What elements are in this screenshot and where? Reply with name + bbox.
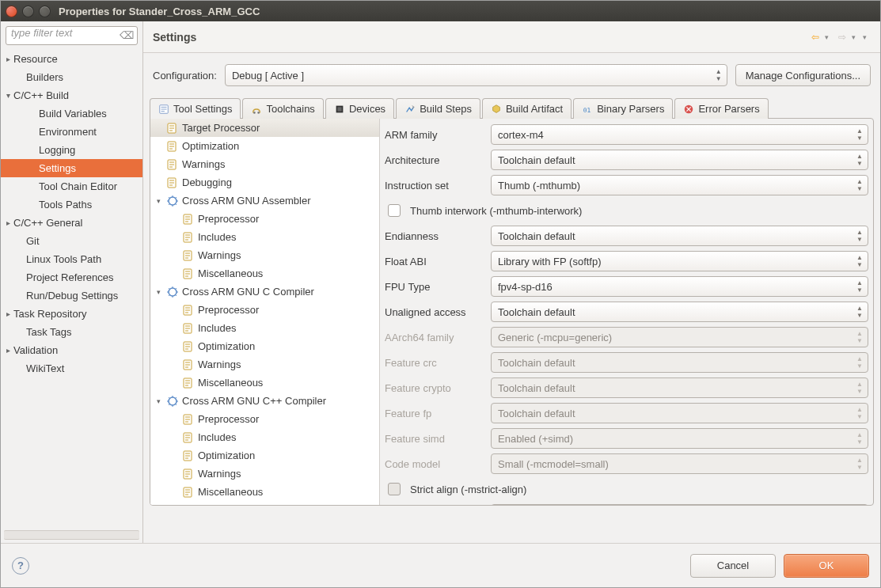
tool-item-includes[interactable]: Includes bbox=[150, 428, 379, 446]
nav-item-build-variables[interactable]: Build Variables bbox=[1, 104, 142, 123]
tool-item-miscellaneous[interactable]: Miscellaneous bbox=[150, 264, 379, 283]
select-updown-icon: ▲▼ bbox=[856, 330, 863, 344]
window-maximize-icon[interactable] bbox=[39, 6, 51, 17]
input-other-target-flags[interactable] bbox=[491, 504, 868, 505]
tool-item-miscellaneous[interactable]: Miscellaneous bbox=[150, 483, 379, 501]
field-label: Unaligned access bbox=[385, 306, 484, 318]
window-close-icon[interactable] bbox=[6, 6, 17, 17]
field-other-target-flags: Other target flags bbox=[385, 502, 868, 505]
nav-item-wikitext[interactable]: WikiText bbox=[1, 359, 142, 377]
field-aarch64-family: AArch64 familyGeneric (-mcpu=generic)▲▼ bbox=[385, 324, 868, 350]
select-value: Library with FP (softfp) bbox=[498, 256, 602, 267]
field-label: ARM family bbox=[385, 129, 484, 141]
tab-error-parsers[interactable]: Error Parsers bbox=[674, 98, 768, 119]
nav-item-tool-chain-editor[interactable]: Tool Chain Editor bbox=[1, 177, 142, 195]
field-arm-family: ARM familycortex-m4▲▼ bbox=[385, 122, 868, 147]
select-float-abi[interactable]: Library with FP (softfp)▲▼ bbox=[491, 251, 868, 271]
view-menu-icon[interactable]: ▾ bbox=[863, 33, 871, 41]
nav-item-tools-paths[interactable]: Tools Paths bbox=[1, 195, 142, 214]
field-label: FPU Type bbox=[385, 281, 484, 293]
tab-tool-settings[interactable]: Tool Settings bbox=[150, 98, 241, 119]
select-value: Toolchain default bbox=[498, 382, 575, 394]
select-instruction-set[interactable]: Thumb (-mthumb)▲▼ bbox=[491, 175, 868, 195]
select-unaligned-access[interactable]: Toolchain default▲▼ bbox=[491, 302, 868, 322]
nav-forward-icon[interactable]: ⇨ bbox=[836, 31, 849, 44]
tool-item-preprocessor[interactable]: Preprocessor bbox=[150, 301, 379, 319]
tab-build-artifact[interactable]: Build Artifact bbox=[482, 98, 572, 119]
manage-configurations-button[interactable]: Manage Configurations... bbox=[735, 64, 871, 86]
ok-button[interactable]: OK bbox=[784, 554, 869, 578]
nav-item-task-tags[interactable]: Task Tags bbox=[1, 323, 142, 341]
field-label: Feature fp bbox=[385, 408, 484, 419]
select-architecture[interactable]: Toolchain default▲▼ bbox=[491, 150, 868, 170]
select-updown-icon: ▲▼ bbox=[856, 355, 863, 370]
sidebar-scrollbar[interactable] bbox=[4, 530, 139, 540]
tool-item-cross-arm-gnu-c-compiler[interactable]: ▾Cross ARM GNU C Compiler bbox=[150, 283, 379, 301]
clear-filter-icon[interactable]: ⌫ bbox=[120, 29, 134, 41]
nav-back-icon[interactable]: ⇦ bbox=[809, 31, 822, 44]
tool-label: Preprocessor bbox=[198, 213, 259, 225]
nav-item-c-c-build[interactable]: ▾C/C++ Build bbox=[1, 86, 142, 104]
nav-label: Run/Debug Settings bbox=[26, 290, 118, 302]
select-endianness[interactable]: Toolchain default▲▼ bbox=[491, 226, 868, 246]
tab-binary-parsers[interactable]: 01Binary Parsers bbox=[573, 98, 673, 119]
tab-devices[interactable]: Devices bbox=[325, 98, 394, 119]
select-value: Thumb (-mthumb) bbox=[498, 180, 580, 192]
nav-item-run-debug-settings[interactable]: Run/Debug Settings bbox=[1, 286, 142, 305]
select-arm-family[interactable]: cortex-m4▲▼ bbox=[491, 124, 868, 145]
window-minimize-icon[interactable] bbox=[22, 6, 34, 17]
tool-item-warnings[interactable]: Warnings bbox=[150, 155, 379, 173]
select-value: cortex-m4 bbox=[498, 129, 544, 141]
nav-item-linux-tools-path[interactable]: Linux Tools Path bbox=[1, 250, 142, 268]
nav-back-menu-icon[interactable]: ▾ bbox=[825, 33, 833, 41]
tool-item-warnings[interactable]: Warnings bbox=[150, 355, 379, 374]
tool-item-preprocessor[interactable]: Preprocessor bbox=[150, 410, 379, 428]
tool-item-warnings[interactable]: Warnings bbox=[150, 465, 379, 483]
nav-label: Environment bbox=[39, 126, 97, 138]
configuration-select[interactable]: Debug [ Active ] ▲▼ bbox=[225, 64, 727, 86]
tool-item-includes[interactable]: Includes bbox=[150, 228, 379, 246]
tool-label: Includes bbox=[198, 231, 236, 243]
tool-item-debugging[interactable]: Debugging bbox=[150, 173, 379, 192]
nav-item-task-repository[interactable]: ▸Task Repository bbox=[1, 305, 142, 323]
field-label: Endianness bbox=[385, 230, 484, 242]
disclosure-icon: ▾ bbox=[157, 197, 166, 205]
tab-toolchains[interactable]: Toolchains bbox=[242, 98, 323, 119]
checkbox-label: Strict align (-mstrict-align) bbox=[410, 484, 526, 495]
tool-item-optimization[interactable]: Optimization bbox=[150, 446, 379, 465]
help-icon[interactable]: ? bbox=[12, 557, 29, 575]
tool-item-warnings[interactable]: Warnings bbox=[150, 246, 379, 264]
tool-item-preprocessor[interactable]: Preprocessor bbox=[150, 210, 379, 228]
disclosure-icon: ▸ bbox=[2, 346, 13, 355]
nav-item-validation[interactable]: ▸Validation bbox=[1, 341, 142, 359]
select-value: Generic (-mcpu=generic) bbox=[498, 332, 612, 343]
cancel-button[interactable]: Cancel bbox=[690, 554, 776, 578]
tool-item-target-processor[interactable]: Target Processor bbox=[150, 119, 379, 137]
checkbox-thumb-interwork-mthumb-interwork-[interactable] bbox=[388, 204, 401, 217]
tab-build-steps[interactable]: Build Steps bbox=[396, 98, 480, 119]
nav-item-resource[interactable]: ▸Resource bbox=[1, 50, 142, 68]
nav-forward-menu-icon[interactable]: ▾ bbox=[852, 33, 860, 41]
tool-label: Miscellaneous bbox=[198, 267, 263, 279]
nav-item-logging[interactable]: Logging bbox=[1, 141, 142, 159]
tool-item-cross-arm-gnu-c-compiler[interactable]: ▾Cross ARM GNU C++ Compiler bbox=[150, 392, 379, 410]
page-icon bbox=[182, 231, 198, 244]
nav-item-project-references[interactable]: Project References bbox=[1, 268, 142, 286]
tab-label: Build Steps bbox=[420, 103, 472, 115]
tool-item-miscellaneous[interactable]: Miscellaneous bbox=[150, 374, 379, 392]
filter-input[interactable]: type filter text ⌫ bbox=[6, 26, 138, 45]
nav-item-builders[interactable]: Builders bbox=[1, 68, 142, 86]
nav-item-settings[interactable]: Settings bbox=[1, 159, 142, 177]
field-feature-crypto: Feature cryptoToolchain default▲▼ bbox=[385, 375, 868, 400]
select-fpu-type[interactable]: fpv4-sp-d16▲▼ bbox=[491, 276, 868, 297]
tool-item-cross-arm-gnu-assembler[interactable]: ▾Cross ARM GNU Assembler bbox=[150, 192, 379, 210]
tool-item-optimization[interactable]: Optimization bbox=[150, 137, 379, 155]
nav-item-environment[interactable]: Environment bbox=[1, 123, 142, 141]
tab-label: Binary Parsers bbox=[597, 103, 664, 115]
tool-item-includes[interactable]: Includes bbox=[150, 319, 379, 337]
nav-item-git[interactable]: Git bbox=[1, 232, 142, 250]
tool-item-optimization[interactable]: Optimization bbox=[150, 337, 379, 355]
nav-item-c-c-general[interactable]: ▸C/C++ General bbox=[1, 214, 142, 232]
disclosure-icon: ▾ bbox=[157, 288, 166, 296]
svg-rect-4 bbox=[337, 107, 341, 111]
